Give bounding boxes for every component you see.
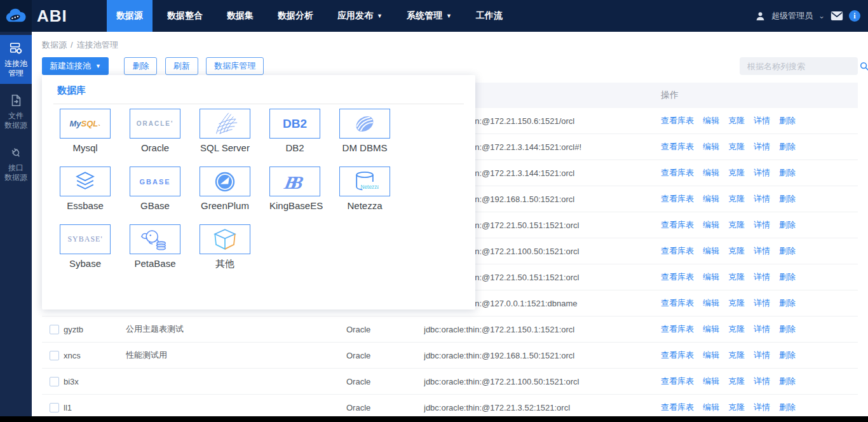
database-option[interactable]: DM DBMS	[339, 109, 390, 153]
row-checkbox[interactable]	[50, 377, 59, 386]
action-link[interactable]: 详情	[754, 323, 770, 335]
breadcrumb-item-datasource[interactable]: 数据源	[42, 40, 67, 50]
action-link[interactable]: 删除	[779, 245, 796, 257]
new-pool-button[interactable]: 新建连接池▼	[42, 57, 109, 75]
action-link[interactable]: 查看库表	[661, 297, 694, 309]
row-checkbox[interactable]	[50, 351, 59, 360]
action-link[interactable]: 查看库表	[661, 271, 694, 283]
action-link[interactable]: 查看库表	[661, 141, 694, 153]
action-link[interactable]: 编辑	[703, 193, 719, 205]
action-link[interactable]: 删除	[779, 219, 796, 231]
action-link[interactable]: 查看库表	[661, 245, 694, 257]
database-option[interactable]: DB2DB2	[269, 109, 320, 153]
sidebar-item[interactable]: 连接池管理	[0, 35, 32, 84]
database-option[interactable]: NetezzaNetezza	[339, 167, 390, 211]
action-link[interactable]: 详情	[754, 219, 770, 231]
action-link[interactable]: 克隆	[728, 193, 745, 205]
action-link[interactable]: 删除	[779, 115, 796, 126]
nav-tab[interactable]: 数据整合	[158, 0, 212, 32]
database-option[interactable]: GBASEGBase	[130, 167, 180, 211]
action-link[interactable]: 详情	[754, 193, 770, 205]
database-option[interactable]: SYBASE'Sybase	[60, 224, 111, 270]
delete-button[interactable]: 删除	[124, 57, 157, 75]
search-input[interactable]	[747, 62, 859, 71]
action-link[interactable]: 详情	[754, 350, 770, 361]
action-link[interactable]: 查看库表	[661, 376, 694, 387]
action-link[interactable]: 编辑	[703, 297, 719, 309]
action-link[interactable]: 查看库表	[661, 167, 694, 179]
action-link[interactable]: 查看库表	[661, 219, 694, 231]
nav-tab[interactable]: 系统管理▼	[397, 0, 461, 32]
action-link[interactable]: 克隆	[728, 115, 745, 126]
nav-tab[interactable]: 数据集	[217, 0, 263, 32]
action-link[interactable]: 克隆	[728, 271, 745, 283]
action-link[interactable]: 克隆	[728, 350, 745, 361]
action-link[interactable]: 编辑	[703, 323, 719, 335]
action-link[interactable]: 编辑	[703, 245, 719, 257]
action-link[interactable]: 删除	[779, 271, 796, 283]
action-link[interactable]: 编辑	[703, 167, 719, 179]
nav-tab[interactable]: 应用发布▼	[328, 0, 392, 32]
database-option[interactable]: GreenPlum	[200, 167, 250, 211]
nav-tab[interactable]: 数据分析	[268, 0, 323, 32]
nav-tab[interactable]: 数据源	[107, 0, 153, 32]
action-link[interactable]: 删除	[779, 297, 796, 309]
action-link[interactable]: 克隆	[728, 167, 745, 179]
user-name[interactable]: 超级管理员	[771, 10, 813, 22]
sidebar-item[interactable]: 文件数据源	[0, 87, 32, 136]
action-link[interactable]: 克隆	[728, 141, 745, 153]
database-option[interactable]: PetaBase	[130, 224, 180, 270]
db-manage-button[interactable]: 数据库管理	[206, 57, 264, 75]
database-option[interactable]: BBKingBaseES	[269, 167, 320, 211]
action-link[interactable]: 详情	[754, 297, 770, 309]
action-link[interactable]: 编辑	[703, 402, 719, 413]
database-option[interactable]: SQL Server	[200, 109, 250, 153]
action-link[interactable]: 编辑	[703, 376, 719, 387]
database-option[interactable]: 其他	[200, 224, 250, 270]
action-link[interactable]: 详情	[754, 271, 770, 283]
action-link[interactable]: 克隆	[728, 402, 745, 413]
action-link[interactable]: 克隆	[728, 297, 745, 309]
user-menu-chevron-icon[interactable]: ⌄	[818, 11, 825, 20]
action-link[interactable]: 删除	[779, 141, 796, 153]
database-option[interactable]: ORACLE'Oracle	[130, 109, 180, 153]
info-icon[interactable]: i	[849, 10, 860, 22]
action-link[interactable]: 克隆	[728, 245, 745, 257]
action-link[interactable]: 查看库表	[661, 193, 694, 205]
action-link[interactable]: 查看库表	[661, 402, 694, 413]
mail-icon[interactable]	[831, 11, 843, 21]
refresh-button[interactable]: 刷新	[165, 57, 198, 75]
action-link[interactable]: 详情	[754, 376, 770, 387]
action-link[interactable]: 编辑	[703, 141, 719, 153]
action-link[interactable]: 克隆	[728, 219, 745, 231]
action-link[interactable]: 删除	[779, 402, 796, 413]
nav-tab[interactable]: 工作流	[466, 0, 512, 32]
action-link[interactable]: 详情	[754, 141, 770, 153]
action-link[interactable]: 编辑	[703, 115, 719, 126]
action-link[interactable]: 克隆	[728, 376, 745, 387]
action-link[interactable]: 删除	[779, 376, 796, 387]
action-link[interactable]: 删除	[779, 350, 796, 361]
row-checkbox[interactable]	[50, 325, 59, 334]
action-link[interactable]: 删除	[779, 167, 796, 179]
action-link[interactable]: 详情	[754, 115, 770, 126]
action-link[interactable]: 克隆	[728, 323, 745, 335]
action-link[interactable]: 编辑	[703, 350, 719, 361]
row-checkbox[interactable]	[50, 403, 59, 412]
action-link[interactable]: 查看库表	[661, 115, 694, 126]
action-link[interactable]: 查看库表	[661, 350, 694, 361]
action-link[interactable]: 删除	[779, 193, 796, 205]
action-link[interactable]: 详情	[754, 402, 770, 413]
database-option[interactable]: MySQL˴Mysql	[60, 109, 111, 153]
database-dropdown-panel: 数据库 MySQL˴MysqlORACLE'OracleSQL ServerDB…	[42, 75, 475, 310]
action-link[interactable]: 详情	[754, 167, 770, 179]
database-option[interactable]: Essbase	[60, 167, 111, 211]
action-link[interactable]: 编辑	[703, 219, 719, 231]
action-link[interactable]: 查看库表	[661, 323, 694, 335]
action-link[interactable]: 详情	[754, 245, 770, 257]
sidebar-item[interactable]: 接口数据源	[0, 139, 32, 188]
search-icon[interactable]	[859, 61, 868, 72]
action-link[interactable]: 编辑	[703, 271, 719, 283]
connection-pool-icon	[9, 41, 23, 55]
action-link[interactable]: 删除	[779, 323, 796, 335]
